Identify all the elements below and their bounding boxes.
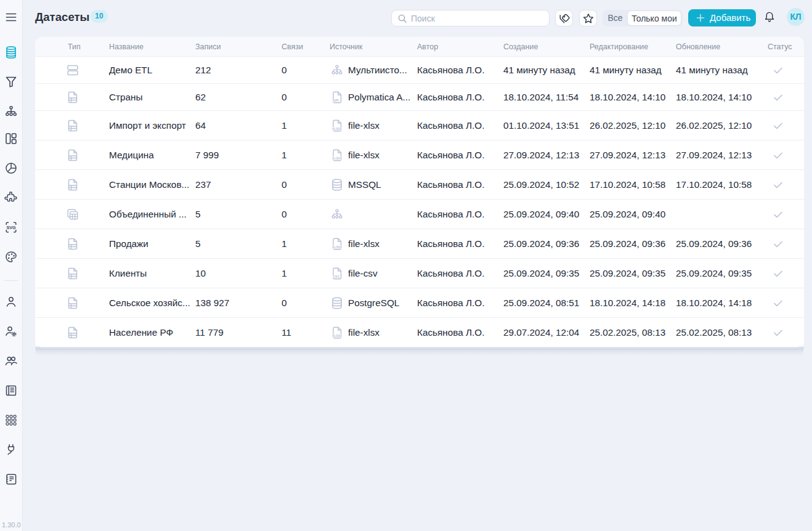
svg-text:XLSX: XLSX bbox=[332, 126, 341, 130]
svg-text:XLSX: XLSX bbox=[332, 156, 341, 160]
svg-text:API: API bbox=[333, 98, 339, 102]
svg-text:CSV: CSV bbox=[333, 274, 339, 278]
svg-text:XLSX: XLSX bbox=[332, 333, 341, 337]
svg-text:SVG: SVG bbox=[6, 225, 16, 230]
svg-text:XLSX: XLSX bbox=[332, 245, 341, 248]
